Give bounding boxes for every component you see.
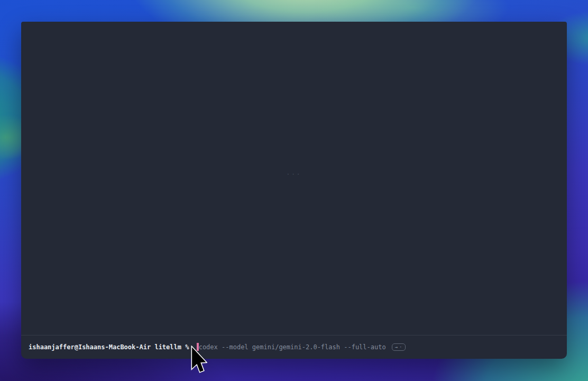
command-autosuggestion: codex --model gemini/gemini-2.0-flash --…: [199, 343, 386, 351]
desktop: { "desktop": { "wallpaper_style": "macos…: [0, 0, 588, 381]
command-prompt-bar[interactable]: ishaanjaffer@Ishaans-MacBook-Air litellm…: [21, 335, 567, 359]
terminal-window[interactable]: ··· ishaanjaffer@Ishaans-MacBook-Air lit…: [21, 22, 567, 359]
loading-ellipsis: ···: [287, 171, 302, 178]
shell-prompt-label: ishaanjaffer@Ishaans-MacBook-Air litellm…: [29, 343, 193, 351]
accept-suggestion-hint-badge: →·: [392, 343, 406, 351]
terminal-output-area[interactable]: ···: [21, 22, 567, 335]
right-arrow-icon: →: [395, 345, 398, 350]
dot-icon: ·: [399, 345, 402, 350]
